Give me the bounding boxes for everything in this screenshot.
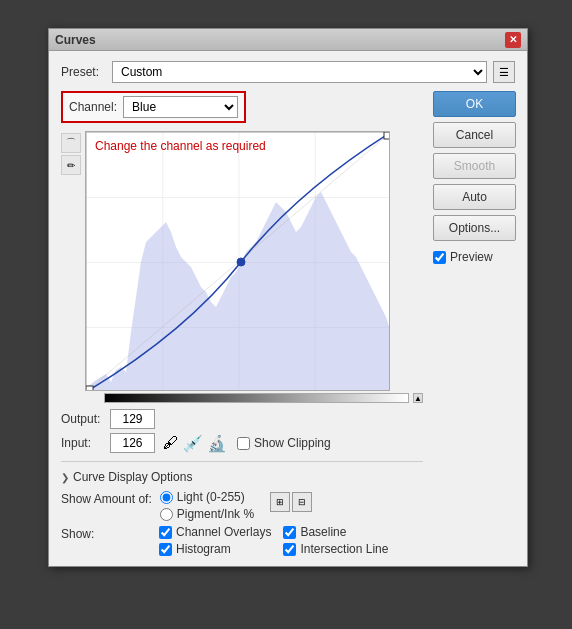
show-checkboxes-row: Show: Channel Overlays Baseline Histo [61, 525, 423, 556]
intersection-line-text: Intersection Line [300, 542, 388, 556]
auto-button[interactable]: Auto [433, 184, 516, 210]
main-layout: Channel: Blue RGB Red Green ⌒ ✏ [61, 91, 515, 556]
show-clipping-text: Show Clipping [254, 436, 331, 450]
baseline-checkbox[interactable] [283, 526, 296, 539]
curves-dialog: Curves ✕ Preset: Custom ☰ Channel: Blue … [48, 28, 528, 567]
curve-section: ⌒ ✏ Change the channel as required [61, 131, 423, 403]
preset-menu-icon[interactable]: ☰ [493, 61, 515, 83]
grid-icons: ⊞ ⊟ [270, 490, 312, 512]
grid-4-icon[interactable]: ⊞ [270, 492, 290, 512]
cancel-button[interactable]: Cancel [433, 122, 516, 148]
light-radio-text: Light (0-255) [177, 490, 245, 504]
channel-overlays-checkbox[interactable] [159, 526, 172, 539]
grid-10-icon[interactable]: ⊟ [292, 492, 312, 512]
output-label: Output: [61, 412, 106, 426]
black-eyedropper-icon[interactable]: 🖋 [163, 434, 179, 452]
curve-instruction: Change the channel as required [95, 139, 266, 153]
preview-label[interactable]: Preview [433, 250, 516, 264]
pigment-radio[interactable] [160, 508, 173, 521]
svg-rect-4 [86, 386, 93, 391]
smooth-button[interactable]: Smooth [433, 153, 516, 179]
show-amount-label: Show Amount of: [61, 490, 152, 506]
dialog-title: Curves [55, 33, 96, 47]
curve-graph-container: Change the channel as required [85, 131, 423, 403]
pencil-tool-icon[interactable]: ✏ [61, 155, 81, 175]
curve-svg [85, 131, 390, 391]
preview-text: Preview [450, 250, 493, 264]
section-divider-1 [61, 461, 423, 462]
preset-select[interactable]: Custom [112, 61, 487, 83]
svg-rect-5 [384, 132, 390, 139]
options-button[interactable]: Options... [433, 215, 516, 241]
baseline-text: Baseline [300, 525, 346, 539]
gradient-bar [104, 393, 409, 403]
histogram-text: Histogram [176, 542, 231, 556]
preview-checkbox[interactable] [433, 251, 446, 264]
gradient-expand[interactable]: ▲ [413, 393, 423, 403]
show-checkboxes: Channel Overlays Baseline Histogram [159, 525, 396, 556]
channel-label: Channel: [69, 100, 117, 114]
channel-row: Channel: Blue RGB Red Green [61, 91, 246, 123]
gradient-spacer [85, 393, 100, 403]
title-bar: Curves ✕ [49, 29, 527, 51]
preset-label: Preset: [61, 65, 106, 79]
pigment-radio-text: Pigment/Ink % [177, 507, 254, 521]
preset-row: Preset: Custom ☰ [61, 61, 515, 83]
intersection-line-label[interactable]: Intersection Line [283, 542, 395, 556]
right-column: OK Cancel Smooth Auto Options... Preview [433, 91, 516, 556]
channel-overlays-text: Channel Overlays [176, 525, 271, 539]
curve-display-header: ❯ Curve Display Options [61, 470, 423, 484]
baseline-label[interactable]: Baseline [283, 525, 395, 539]
gradient-row: ▲ [85, 393, 423, 403]
dialog-body: Preset: Custom ☰ Channel: Blue RGB Red G… [49, 51, 527, 566]
input-row: Input: 🖋 💉 🔬 Show Clipping [61, 433, 423, 453]
channel-select[interactable]: Blue RGB Red Green [123, 96, 238, 118]
ok-button[interactable]: OK [433, 91, 516, 117]
histogram-label[interactable]: Histogram [159, 542, 271, 556]
show-label: Show: [61, 525, 151, 541]
light-radio-label[interactable]: Light (0-255) [160, 490, 254, 504]
curve-tool-icon[interactable]: ⌒ [61, 133, 81, 153]
histogram-checkbox[interactable] [159, 543, 172, 556]
expand-icon[interactable]: ❯ [61, 472, 69, 483]
output-row: Output: [61, 409, 423, 429]
radio-options: Light (0-255) Pigment/Ink % [160, 490, 254, 521]
input-input[interactable] [110, 433, 155, 453]
left-column: Channel: Blue RGB Red Green ⌒ ✏ [61, 91, 423, 556]
show-amount-row: Show Amount of: Light (0-255) Pigment/In… [61, 490, 423, 521]
close-button[interactable]: ✕ [505, 32, 521, 48]
channel-overlays-label[interactable]: Channel Overlays [159, 525, 271, 539]
gray-eyedropper-icon[interactable]: 💉 [183, 434, 203, 453]
white-eyedropper-icon[interactable]: 🔬 [207, 434, 227, 453]
intersection-line-checkbox[interactable] [283, 543, 296, 556]
tool-column: ⌒ ✏ [61, 131, 81, 403]
input-label: Input: [61, 436, 106, 450]
pigment-radio-label[interactable]: Pigment/Ink % [160, 507, 254, 521]
light-radio[interactable] [160, 491, 173, 504]
svg-point-3 [237, 258, 245, 266]
output-input[interactable] [110, 409, 155, 429]
show-clipping-checkbox[interactable] [237, 437, 250, 450]
curve-display-title: Curve Display Options [73, 470, 192, 484]
show-clipping-label[interactable]: Show Clipping [237, 436, 331, 450]
